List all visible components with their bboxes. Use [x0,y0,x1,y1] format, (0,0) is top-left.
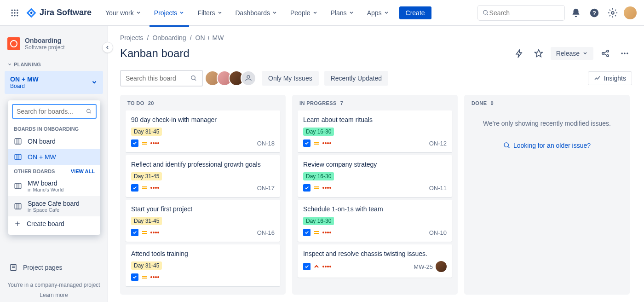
nav-people[interactable]: People [286,6,322,19]
svg-point-58 [504,143,508,147]
svg-rect-56 [314,231,319,232]
user-avatar[interactable] [624,6,637,19]
task-type-icon [131,139,138,147]
kanban-card[interactable]: 90 day check-in with manager Day 31-45 O… [126,110,280,152]
story-points-icon [322,187,331,189]
create-button[interactable]: Create [399,6,431,19]
notifications-icon[interactable] [569,6,583,20]
svg-point-6 [12,15,13,16]
global-search[interactable] [477,5,565,21]
more-icon[interactable] [617,46,632,61]
search-icon [503,142,511,149]
automation-icon[interactable] [512,46,527,61]
card-title: Attend tools training [131,250,275,257]
card-tag: Day 31-45 [131,261,162,270]
kanban-card[interactable]: Start your first project Day 31-45 ON-16 [126,200,280,242]
task-type-icon [131,229,138,236]
kanban-card[interactable]: Schedule 1-on-1s with team Day 16-30 ON-… [298,200,452,242]
sidebar-section-planning[interactable]: PLANNING [5,59,103,70]
svg-point-13 [611,12,614,14]
add-people-button[interactable] [241,70,256,86]
filter-recently-updated[interactable]: Recently Updated [324,71,388,86]
nav-plans[interactable]: Plans [326,6,359,19]
nav-label: Plans [331,9,347,17]
card-title: Schedule 1-on-1s with team [303,205,447,213]
column-count: 20 [148,100,154,106]
nav-your-work[interactable]: Your work [101,6,146,19]
nav-apps[interactable]: Apps [362,6,394,19]
nav-projects[interactable]: Projects [150,6,190,19]
story-points-icon [150,187,159,189]
breadcrumb-board[interactable]: ON + MW [196,34,224,41]
assignee-filter-avatars [208,70,256,86]
release-label: Release [556,50,580,57]
story-points-icon [322,232,331,233]
board-icon [14,153,22,161]
column-header: TO DO 20 [126,100,280,110]
main-content: Projects / Onboarding / ON + MW Kanban b… [108,26,644,302]
card-tag: Day 16-30 [303,172,334,180]
board-option-mw-board[interactable]: MW board in Mario's World [8,176,100,196]
kanban-card[interactable]: Learn about team rituals Day 16-30 ON-12 [298,110,452,152]
page-title: Kanban board [120,47,190,60]
board-option-sub: in Space Cafe [28,207,80,213]
board-option-on-board[interactable]: ON board [8,134,100,149]
card-assignee-avatar[interactable] [436,261,447,272]
board-dropdown-search[interactable] [12,104,97,119]
help-icon[interactable]: ? [587,6,602,20]
star-icon[interactable] [531,46,546,61]
view-all-link[interactable]: VIEW ALL [71,168,95,174]
jira-logo[interactable]: Jira Software [26,7,92,18]
older-issue-link[interactable]: Looking for an older issue? [470,142,624,149]
breadcrumb-projects[interactable]: Projects [120,34,144,41]
board-toolbar: Only My Issues Recently Updated Insights [120,70,632,87]
app-switcher-icon[interactable] [7,6,22,20]
settings-icon[interactable] [605,6,620,20]
column-header: DONE 0 [470,100,624,110]
board-search-input[interactable] [126,75,190,82]
create-board-button[interactable]: Create board [8,216,100,231]
search-icon [483,9,489,17]
svg-rect-19 [15,139,21,144]
kanban-card[interactable]: Reflect and identify professional growth… [126,155,280,197]
breadcrumb-onboarding[interactable]: Onboarding [152,34,186,41]
insights-button[interactable]: Insights [588,71,632,85]
done-empty-message: We're only showing recently modified iss… [470,110,624,136]
nav-dashboards[interactable]: Dashboards [231,6,282,19]
card-key: ON-17 [257,185,275,192]
board-selector[interactable]: ON + MW Board [5,71,103,94]
pages-icon [9,263,17,272]
card-tag: Day 31-45 [131,128,162,136]
nav-label: Apps [367,9,382,17]
kanban-card[interactable]: Attend tools training Day 31-45 [126,244,280,286]
card-title: Review company strategy [303,161,447,168]
svg-rect-47 [142,188,147,189]
older-link-text: Looking for an older issue? [513,142,591,149]
board-dropdown-search-input[interactable] [17,108,86,115]
filter-only-my-issues[interactable]: Only My Issues [262,71,319,86]
sidebar-link-label: Project pages [23,264,63,271]
svg-point-3 [12,12,13,13]
svg-rect-53 [314,144,319,145]
card-key: ON-16 [257,229,275,236]
search-icon [190,75,197,82]
svg-line-18 [90,112,91,114]
global-search-input[interactable] [489,9,560,17]
board-option-on-mw[interactable]: ON + MW [8,149,100,165]
board-icon [14,182,22,190]
sidebar-project-pages[interactable]: Project pages [5,260,103,275]
board-option-space-cafe[interactable]: Space Cafe board in Space Cafe [8,196,100,216]
priority-icon [141,274,148,280]
kanban-card[interactable]: Review company strategy Day 16-30 ON-11 [298,155,452,197]
card-title: Inspect and resolve chassis twisting iss… [303,250,447,257]
nav-filters[interactable]: Filters [193,6,227,19]
share-icon[interactable] [598,46,613,61]
kanban-card[interactable]: Inspect and resolve chassis twisting iss… [298,244,452,278]
card-key: ON-18 [257,140,275,147]
priority-icon [141,185,148,191]
learn-more-link[interactable]: Learn more [0,292,108,298]
svg-rect-49 [142,233,147,234]
story-points-icon [322,142,331,144]
board-search[interactable] [120,70,203,87]
release-button[interactable]: Release [551,47,593,60]
